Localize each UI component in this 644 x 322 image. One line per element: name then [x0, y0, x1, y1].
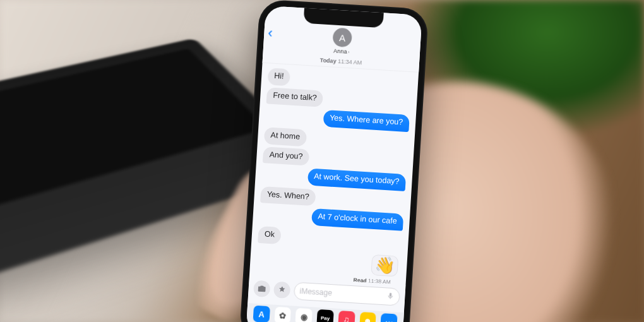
bubble: And you? — [263, 146, 309, 166]
back-button[interactable]: ‹ — [268, 25, 273, 41]
bubble: At 7 o'clock in our cafe — [311, 208, 404, 230]
bubble: Yes. When? — [260, 186, 316, 206]
app-drawer-button[interactable] — [273, 282, 291, 299]
applepay-icon[interactable]: Pay — [316, 309, 333, 322]
bubble: Yes. Where are you? — [323, 110, 410, 132]
bubble: At home — [264, 127, 307, 146]
message-input[interactable]: iMessage — [294, 282, 400, 306]
more-icon[interactable]: ⋯ — [380, 313, 397, 322]
chrome-icon[interactable]: ◉ — [295, 308, 313, 322]
phone-frame: ‹ A Anna› Today 11:34 AM Hi! Free to tal… — [239, 0, 429, 322]
store-icon[interactable]: A — [253, 306, 270, 322]
microphone-icon — [386, 292, 395, 300]
camera-button[interactable] — [253, 280, 271, 298]
bubble: Free to talk? — [266, 87, 324, 107]
wave-reaction-sticker[interactable]: 👋 — [371, 254, 398, 277]
memoji-icon[interactable]: ☻ — [359, 312, 376, 322]
camera-icon — [257, 284, 266, 294]
phone-screen: ‹ A Anna› Today 11:34 AM Hi! Free to tal… — [246, 6, 422, 322]
bubble: At work. See you today? — [307, 169, 406, 191]
music-icon[interactable]: ♫ — [338, 311, 355, 322]
message-placeholder: iMessage — [299, 287, 332, 297]
bubble: Ok — [258, 226, 282, 244]
message-incoming[interactable]: Ok — [258, 226, 402, 251]
message-thread[interactable]: Hi! Free to talk? Yes. Where are you? At… — [249, 63, 419, 285]
contact-name-label: Anna — [333, 48, 347, 55]
app-store-icon — [277, 285, 287, 295]
chevron-right-icon: › — [348, 49, 350, 55]
photos-icon[interactable]: ✿ — [274, 307, 291, 322]
dictation-button[interactable] — [386, 290, 395, 302]
contact-avatar[interactable]: A — [332, 28, 352, 48]
bubble: Hi! — [267, 68, 290, 86]
